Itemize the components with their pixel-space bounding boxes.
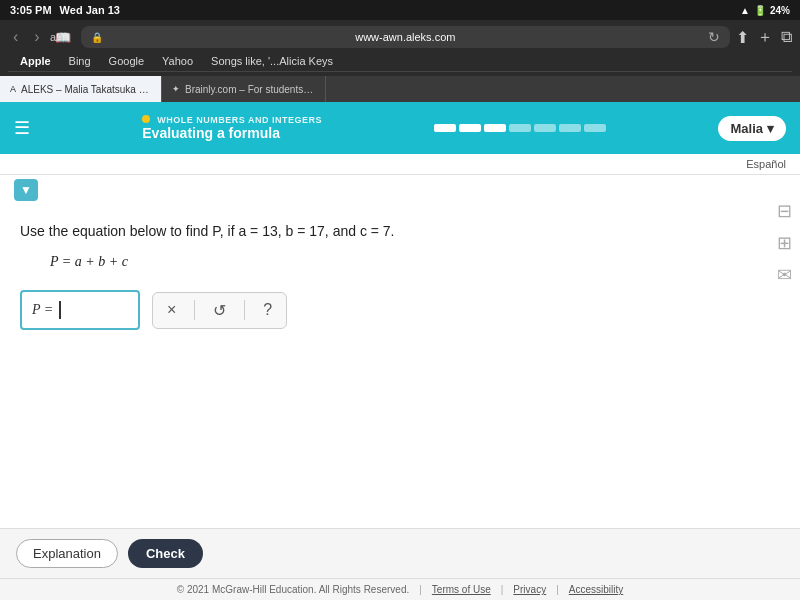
problem-text: Use the equation below to find P, if a =… <box>20 221 780 242</box>
browser-chrome: ‹ › 📖 aA 🔒 www-awn.aleks.com ↻ ⬆ ＋ ⧉ App… <box>0 20 800 76</box>
battery-percent: 24% <box>770 5 790 16</box>
answer-row: P = × ↺ ? <box>20 290 780 330</box>
bookmark-yahoo[interactable]: Yahoo <box>162 55 193 67</box>
date: Wed Jan 13 <box>60 4 120 16</box>
mail-icon: ✉ <box>777 265 792 285</box>
help-button[interactable]: ? <box>257 297 278 323</box>
privacy-link[interactable]: Privacy <box>513 584 546 595</box>
back-button[interactable]: ‹ <box>8 26 23 48</box>
progress-seg-4 <box>509 124 531 132</box>
lang-bar: Español <box>0 154 800 175</box>
forward-button[interactable]: › <box>29 26 44 48</box>
brainly-tab-title: Brainly.com – For students. By students. <box>185 84 315 95</box>
progress-seg-3 <box>484 124 506 132</box>
accessibility-link[interactable]: Accessibility <box>569 584 623 595</box>
user-chevron-icon: ▾ <box>767 121 774 136</box>
right-icons: ⊟ ⊞ ✉ <box>777 200 792 286</box>
cursor <box>59 301 61 319</box>
brainly-tab-icon: ✦ <box>172 84 180 94</box>
bookmark-google[interactable]: Google <box>109 55 144 67</box>
progress-seg-5 <box>534 124 556 132</box>
aleks-app: ☰ WHOLE NUMBERS AND INTEGERS Evaluating … <box>0 102 800 600</box>
divider <box>194 300 195 320</box>
check-button[interactable]: Check <box>128 539 203 568</box>
user-menu-button[interactable]: Malia ▾ <box>718 116 786 141</box>
bookmark-apple[interactable]: Apple <box>20 55 51 67</box>
bookmark-bing[interactable]: Bing <box>69 55 91 67</box>
aleks-tab-title: ALEKS – Malia Takatsuka – Learn <box>21 84 151 95</box>
progress-seg-6 <box>559 124 581 132</box>
explanation-button[interactable]: Explanation <box>16 539 118 568</box>
progress-bar <box>434 124 606 132</box>
progress-seg-1 <box>434 124 456 132</box>
progress-seg-2 <box>459 124 481 132</box>
problem-area: Use the equation below to find P, if a =… <box>0 205 800 350</box>
battery-icon: 🔋 <box>754 5 766 16</box>
copyright-text: © 2021 McGraw-Hill Education. All Rights… <box>177 584 409 595</box>
tab-aleks[interactable]: A ALEKS – Malia Takatsuka – Learn <box>0 76 162 102</box>
toolbar-actions: ⬆ ＋ ⧉ <box>736 27 792 48</box>
tabs-bar: A ALEKS – Malia Takatsuka – Learn ✦ Brai… <box>0 76 800 102</box>
lock-icon: 🔒 <box>91 32 103 43</box>
icon-button-2[interactable]: ⊞ <box>777 232 792 254</box>
topic-category: WHOLE NUMBERS AND INTEGERS <box>142 115 322 125</box>
language-button[interactable]: Español <box>746 158 786 170</box>
footer: © 2021 McGraw-Hill Education. All Rights… <box>0 578 800 600</box>
status-bar: 3:05 PM Wed Jan 13 ▲ 🔋 24% <box>0 0 800 20</box>
header-topic: WHOLE NUMBERS AND INTEGERS Evaluating a … <box>142 115 322 141</box>
hamburger-icon: ☰ <box>14 118 30 138</box>
bookmark-songs[interactable]: Songs like, '...Alicia Keys <box>211 55 333 67</box>
tab-brainly[interactable]: ✦ Brainly.com – For students. By student… <box>162 76 326 102</box>
new-tab-button[interactable]: ＋ <box>757 27 773 48</box>
grid-icon: ⊟ <box>777 201 792 221</box>
answer-label: P = <box>32 302 53 318</box>
icon-button-1[interactable]: ⊟ <box>777 200 792 222</box>
address-bar[interactable]: aA 🔒 www-awn.aleks.com ↻ <box>81 26 730 48</box>
image-icon: ⊞ <box>777 233 792 253</box>
collapse-button[interactable]: ▼ <box>14 179 38 201</box>
url-text: www-awn.aleks.com <box>109 31 702 43</box>
undo-button[interactable]: ↺ <box>207 297 232 324</box>
progress-seg-7 <box>584 124 606 132</box>
collapse-row: ▼ <box>0 175 800 205</box>
terms-link[interactable]: Terms of Use <box>432 584 491 595</box>
icon-button-3[interactable]: ✉ <box>777 264 792 286</box>
wifi-icon: ▲ <box>740 5 750 16</box>
divider2 <box>244 300 245 320</box>
calculator-pad: × ↺ ? <box>152 292 287 329</box>
hamburger-button[interactable]: ☰ <box>14 117 30 139</box>
collapse-icon: ▼ <box>20 183 32 197</box>
aa-label: aA <box>50 31 63 43</box>
user-name: Malia <box>730 121 763 136</box>
bottom-action-bar: Explanation Check <box>0 528 800 578</box>
time: 3:05 PM <box>10 4 52 16</box>
tabs-button[interactable]: ⧉ <box>781 28 792 46</box>
browser-toolbar: ‹ › 📖 aA 🔒 www-awn.aleks.com ↻ ⬆ ＋ ⧉ <box>8 26 792 48</box>
topic-title: Evaluating a formula <box>142 125 322 141</box>
reload-button[interactable]: ↻ <box>708 29 720 45</box>
share-button[interactable]: ⬆ <box>736 28 749 47</box>
bookmarks-bar: Apple Bing Google Yahoo Songs like, '...… <box>8 53 792 72</box>
topic-dot <box>142 115 150 123</box>
aleks-header: ☰ WHOLE NUMBERS AND INTEGERS Evaluating … <box>0 102 800 154</box>
aleks-tab-icon: A <box>10 84 16 94</box>
clear-button[interactable]: × <box>161 297 182 323</box>
answer-box[interactable]: P = <box>20 290 140 330</box>
formula-display: P = a + b + c <box>50 254 780 270</box>
